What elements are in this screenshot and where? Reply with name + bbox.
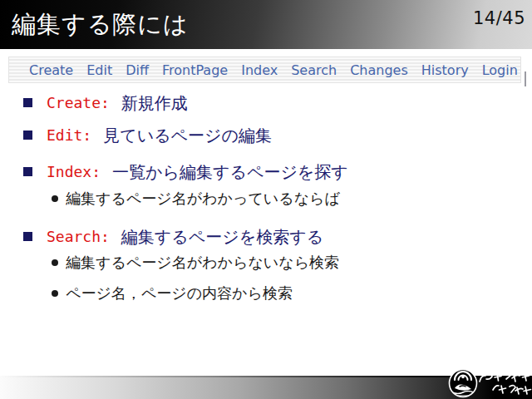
nav-link-index[interactable]: Index: [241, 62, 278, 78]
bullet-text: 編集するページを検索する: [121, 227, 323, 247]
nav-link-login[interactable]: Login: [482, 62, 518, 78]
sub-bullet: ページ名，ページの内容から検索: [52, 283, 293, 303]
page-title: 編集する際には: [12, 9, 189, 39]
dot-bullet-icon: [52, 195, 58, 202]
nav-link-history[interactable]: History: [421, 62, 469, 78]
cursor-artifact: [525, 71, 526, 86]
nav-link-changes[interactable]: Changes: [350, 62, 408, 78]
slide-header: 編集する際には 14/45: [0, 0, 532, 49]
sub-bullet-text: 編集するページ名がわからないなら検索: [66, 253, 339, 273]
wiki-navbar: Create Edit Diff FrontPage Index Search …: [8, 57, 521, 83]
square-bullet-icon: [23, 98, 32, 107]
bullet-label: Search:: [47, 227, 110, 247]
bullet-edit: Edit: 見ているページの編集: [23, 126, 272, 145]
sub-bullet: 編集するページ名がわからないなら検索: [52, 253, 339, 273]
bullet-label: Create:: [47, 93, 110, 113]
bullet-label: Index:: [47, 162, 101, 182]
dot-bullet-icon: [52, 290, 58, 297]
sub-bullet: 編集するページ名がわかっているならば: [52, 189, 340, 209]
bullet-label: Edit:: [47, 126, 91, 145]
nav-link-frontpage[interactable]: FrontPage: [162, 62, 228, 78]
nav-link-diff[interactable]: Diff: [126, 62, 149, 78]
bullet-text: 見ているページの編集: [103, 126, 272, 145]
bullet-search: Search: 編集するページを検索する: [23, 227, 323, 247]
square-bullet-icon: [23, 167, 32, 176]
bullet-text: 新規作成: [121, 93, 188, 113]
bullet-text: 一覧から編集するページを探す: [112, 162, 348, 182]
sub-bullet-text: ページ名，ページの内容から検索: [66, 283, 293, 303]
square-bullet-icon: [23, 131, 32, 140]
bullet-index: Index: 一覧から編集するページを探す: [23, 162, 348, 182]
calligraphy-signature-icon: [480, 372, 531, 394]
circular-wave-emblem-icon: [446, 367, 532, 399]
nav-link-create[interactable]: Create: [29, 62, 73, 78]
square-bullet-icon: [23, 232, 32, 241]
page-number: 14/45: [473, 8, 525, 28]
nav-link-edit[interactable]: Edit: [86, 62, 112, 78]
dot-bullet-icon: [52, 259, 58, 266]
sub-bullet-text: 編集するページ名がわかっているならば: [66, 189, 340, 209]
presentation-slide: 編集する際には 14/45 Create Edit Diff FrontPage…: [0, 0, 532, 399]
bullet-create: Create: 新規作成: [23, 93, 188, 113]
nav-link-search[interactable]: Search: [291, 62, 337, 78]
